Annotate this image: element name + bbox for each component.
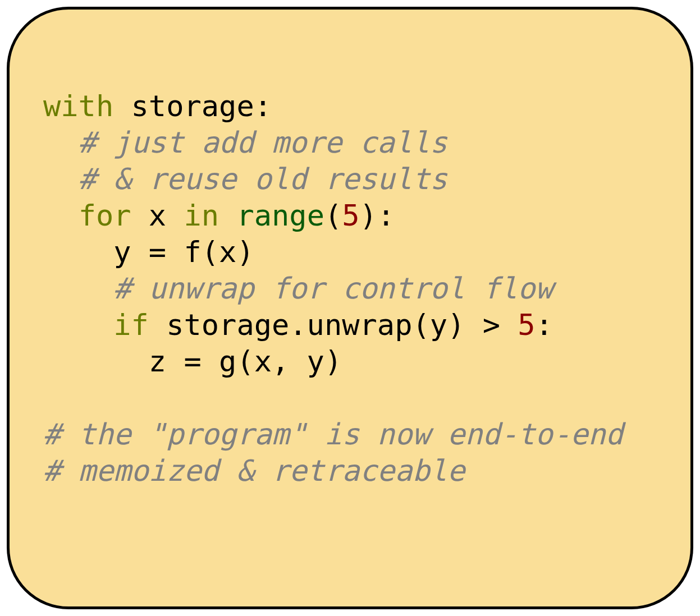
code-token: # the "program" is now end-to-end (43, 417, 623, 451)
code-token: ): (360, 199, 395, 232)
code-token: storage: (113, 89, 272, 123)
code-token: y = f(x) (113, 235, 254, 269)
code-token: storage.unwrap(y) > (149, 308, 518, 342)
code-token: x (131, 199, 184, 232)
code-token: # just add more calls (79, 126, 447, 159)
code-snippet-box: with storage: # just add more calls # & … (7, 7, 693, 609)
code-token: range (236, 199, 324, 232)
code-token (219, 199, 236, 232)
code-token: : (536, 308, 553, 342)
code-token: # unwrap for control flow (113, 272, 553, 305)
code-token: for (79, 199, 131, 232)
code-token: # memoized & retraceable (43, 454, 465, 488)
code-token: if (113, 308, 149, 342)
code-token: z = g(x, y) (149, 344, 342, 378)
code-token: 5 (518, 308, 535, 342)
code-block: with storage: # just add more calls # & … (10, 10, 690, 489)
code-token: # & reuse old results (79, 162, 447, 196)
code-token: in (184, 199, 219, 232)
code-token: with (43, 89, 113, 123)
code-token: 5 (342, 199, 359, 232)
code-token: ( (324, 199, 342, 232)
